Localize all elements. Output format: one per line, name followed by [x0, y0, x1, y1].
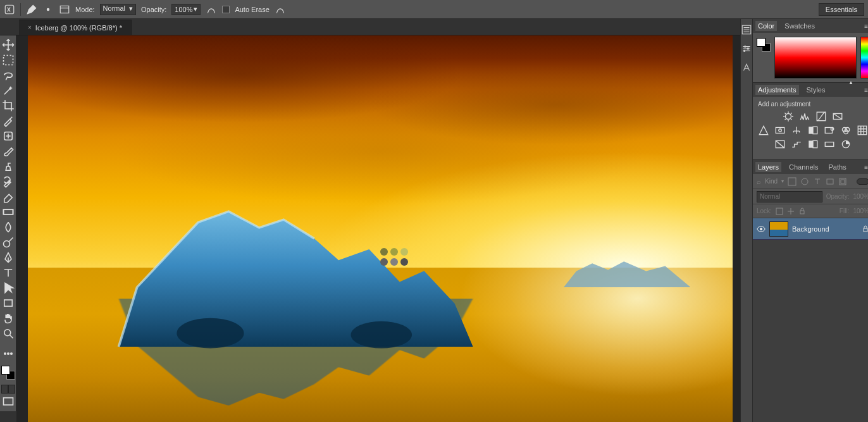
posterize-icon[interactable] — [791, 139, 802, 149]
screen-mode-icon[interactable] — [1, 395, 15, 409]
character-panel-icon[interactable] — [741, 62, 752, 73]
auto-erase-label: Auto Erase — [235, 6, 269, 13]
layer-row-background[interactable]: Background — [753, 218, 868, 240]
levels-icon[interactable] — [799, 111, 810, 121]
layer-filter-kind[interactable]: Kind — [765, 178, 778, 185]
layer-thumbnail[interactable] — [769, 221, 788, 237]
quick-mask-toggle[interactable] — [1, 385, 15, 394]
svg-rect-7 — [4, 300, 12, 306]
tab-layers[interactable]: Layers — [755, 162, 781, 172]
layer-opacity-value[interactable]: 100% — [853, 193, 868, 200]
close-icon[interactable]: × — [28, 24, 32, 31]
threshold-icon[interactable] — [807, 139, 819, 149]
svg-rect-31 — [858, 126, 867, 135]
tab-channels[interactable]: Channels — [786, 162, 821, 172]
tab-styles[interactable]: Styles — [804, 85, 828, 95]
photo-filter-icon[interactable] — [824, 125, 835, 135]
filter-adjust-icon[interactable] — [800, 177, 809, 186]
fill-value[interactable]: 100% — [853, 208, 868, 214]
tab-swatches[interactable]: Swatches — [782, 21, 817, 31]
eraser-tool[interactable] — [1, 190, 15, 204]
type-tool[interactable] — [1, 266, 15, 280]
lock-all-icon[interactable] — [798, 208, 806, 215]
brush-panel-toggle-icon[interactable] — [59, 4, 70, 15]
foreground-background-swatch[interactable] — [1, 366, 15, 380]
lock-pixels-icon[interactable] — [776, 208, 783, 215]
lock-position-icon[interactable] — [787, 208, 795, 215]
filter-pixel-icon[interactable] — [788, 177, 797, 186]
workspace-switcher[interactable]: Essentials — [819, 3, 864, 16]
brush-tool[interactable] — [1, 144, 15, 158]
filter-shape-icon[interactable] — [826, 177, 834, 186]
auto-erase-checkbox[interactable] — [222, 6, 230, 13]
filter-smart-icon[interactable] — [838, 177, 847, 186]
tab-paths[interactable]: Paths — [826, 162, 849, 172]
brightness-contrast-icon[interactable] — [783, 111, 794, 121]
color-lookup-icon[interactable] — [857, 125, 868, 135]
hue-slider[interactable] — [860, 37, 868, 78]
history-panel-icon[interactable] — [741, 24, 752, 35]
exposure-icon[interactable] — [832, 111, 843, 121]
svg-rect-22 — [776, 128, 784, 133]
eyedropper-tool[interactable] — [1, 114, 15, 128]
spot-healing-tool[interactable] — [1, 129, 15, 143]
dodge-tool[interactable] — [1, 235, 15, 249]
gradient-map-icon[interactable] — [824, 139, 835, 149]
filter-type-icon[interactable] — [813, 177, 822, 186]
clone-stamp-tool[interactable] — [1, 159, 15, 173]
pen-tool[interactable] — [1, 251, 15, 264]
svg-rect-3 — [3, 56, 13, 65]
blur-tool[interactable] — [1, 220, 15, 234]
filter-toggle-switch[interactable] — [857, 178, 868, 185]
document-tab[interactable]: × Iceberg @ 100% (RGB/8*) * — [19, 20, 132, 35]
search-icon[interactable]: ⌕ — [757, 178, 761, 185]
color-panel-swatch[interactable] — [757, 38, 771, 52]
pencil-tool-indicator-icon[interactable] — [26, 4, 37, 15]
vibrance-icon[interactable] — [758, 125, 769, 135]
tab-adjustments[interactable]: Adjustments — [755, 85, 799, 95]
gradient-tool[interactable] — [1, 205, 15, 219]
opacity-input[interactable]: 100% — [171, 4, 201, 15]
path-select-tool[interactable] — [1, 281, 15, 295]
foreground-color-swatch[interactable] — [1, 366, 10, 375]
panel-menu-icon[interactable]: ≡ — [862, 23, 868, 30]
tab-color[interactable]: Color — [755, 21, 777, 31]
rectangle-tool[interactable] — [1, 296, 15, 310]
svg-rect-37 — [788, 178, 796, 185]
svg-rect-0 — [5, 5, 14, 14]
black-white-icon[interactable] — [807, 125, 819, 135]
hand-tool[interactable] — [1, 311, 15, 325]
lasso-tool[interactable] — [1, 68, 15, 82]
panel-menu-icon[interactable]: ≡ — [862, 87, 868, 94]
layer-name[interactable]: Background — [792, 225, 829, 233]
hue-sat-icon[interactable] — [774, 125, 786, 135]
ps-home-icon[interactable] — [4, 4, 15, 15]
svg-rect-25 — [813, 127, 817, 133]
svg-point-16 — [744, 46, 746, 47]
svg-point-17 — [747, 47, 749, 49]
blend-mode-select[interactable]: Normal — [100, 4, 136, 15]
sampler-dot — [390, 248, 398, 256]
panel-menu-icon[interactable]: ≡ — [862, 164, 868, 171]
selective-color-icon[interactable] — [840, 139, 852, 149]
sampler-dot — [380, 258, 388, 266]
curves-icon[interactable] — [815, 111, 827, 121]
color-balance-icon[interactable] — [791, 125, 802, 135]
magic-wand-tool[interactable] — [1, 84, 15, 97]
pressure-opacity-icon[interactable] — [206, 4, 217, 15]
color-spectrum[interactable] — [774, 37, 857, 78]
document-canvas[interactable] — [28, 35, 733, 422]
invert-icon[interactable] — [774, 139, 786, 149]
move-tool[interactable] — [1, 38, 15, 52]
channel-mixer-icon[interactable] — [840, 125, 852, 135]
pressure-size-icon[interactable] — [275, 4, 286, 15]
zoom-tool[interactable] — [1, 326, 15, 340]
edit-toolbar-icon[interactable] — [1, 347, 15, 361]
crop-tool[interactable] — [1, 99, 15, 113]
history-brush-tool[interactable] — [1, 175, 15, 189]
layer-blend-mode-select[interactable]: Normal — [757, 191, 822, 202]
marquee-tool[interactable] — [1, 53, 15, 67]
brush-preset-icon[interactable] — [42, 4, 54, 15]
visibility-eye-icon[interactable] — [757, 225, 766, 233]
properties-panel-icon[interactable] — [741, 43, 752, 54]
